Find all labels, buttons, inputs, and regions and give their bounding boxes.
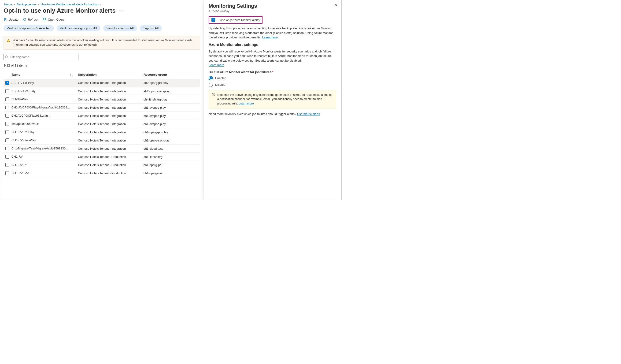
page-title-text: Opt-in to use only Azure Monitor alerts [3,7,116,14]
panel-title: Monitoring Settings [209,3,336,9]
vault-resource-group: ch1-liftnshiftrg [142,153,200,161]
update-button[interactable]: Update [3,17,18,21]
pill-label: Vault subscription == [7,26,36,30]
pill-resource-group[interactable]: Vault resource group == All [57,25,101,31]
alert-settings-heading: Azure Monitor alert settings [209,43,336,47]
more-icon[interactable]: ⋯ [119,8,124,14]
vault-name: CH1-RV-Sec-Play [12,139,36,142]
row-checkbox[interactable] [5,155,9,158]
pill-subscription[interactable]: Vault subscription == 5 selected [3,25,54,31]
row-checkbox[interactable] [5,114,9,118]
svg-rect-1 [8,40,8,41]
pill-location[interactable]: Vault location == All [103,25,137,31]
vault-subscription: Contoso Hotels Tenant - Integration [76,128,142,136]
radio-enabled[interactable]: Enabled [209,76,336,80]
filter-input[interactable] [3,54,78,60]
vault-subscription: Contoso Hotels Tenant - Production [76,161,142,169]
use-monitor-alerts-checkbox[interactable] [211,18,215,22]
table-row[interactable]: CH1-RV-Sec-PlayContoso Hotels Tenant - I… [3,136,200,144]
vault-resource-group: ch1-opsrg-pri [142,161,200,169]
vaults-table: Name ↑↓ Subscription Resource group AB2-… [3,70,200,177]
table-row[interactable]: CH1AVCPOCPlay9381vaultContoso Hotels Ten… [3,112,200,120]
pill-label: Vault resource group == [60,26,93,30]
required-indicator: * [272,70,273,74]
row-checkbox[interactable] [5,139,9,142]
radio-label: Enabled [215,76,226,80]
learn-more-link[interactable]: Learn more [209,63,224,67]
pill-tags[interactable]: Tags == All [140,25,162,31]
breadcrumb-use-alerts[interactable]: Use Azure Monitor based alerts for backu… [41,2,98,6]
col-label: Name [12,73,20,76]
vault-name: CH1-RV-Pri-Play [12,130,34,134]
main-content: Home › Backup center › Use Azure Monitor… [0,0,203,200]
table-row[interactable]: AB2-RV-Sec-PlayContoso Hotels Tenant - I… [3,87,200,95]
open-query-button[interactable]: Open Query [43,17,64,21]
svg-point-0 [43,18,46,19]
vault-name: CH1-AVCPOC-Play-MigrateVault-136319... [12,106,70,109]
metric-alerts-prompt: Need more flexibility over which job fai… [209,112,336,116]
row-checkbox[interactable] [5,122,9,126]
learn-more-link[interactable]: Learn more [262,35,277,39]
info-callout: Note that the above setting only control… [209,90,336,108]
pill-value: All [130,26,134,30]
refresh-button[interactable]: Refresh [23,17,39,21]
table-row[interactable]: AB2-RV-Pri-PlayContoso Hotels Tenant - I… [3,79,200,87]
alert-settings-description: By default you will receive built-in Azu… [209,49,336,68]
svg-rect-6 [213,94,213,94]
vault-resource-group: ch1-cloud-test [142,144,200,153]
use-metric-alerts-link[interactable]: Use metric alerts [297,112,320,116]
col-subscription[interactable]: Subscription [76,70,142,79]
close-icon[interactable]: ✕ [335,3,338,7]
pill-value: All [155,26,159,30]
row-checkbox[interactable] [5,81,9,85]
table-row[interactable]: CH1-RV-PriContoso Hotels Tenant - Produc… [3,161,200,169]
col-name[interactable]: Name ↑↓ [3,70,76,79]
panel-description: By selecting this option, you are consen… [209,26,336,40]
warning-banner: You have 12 vaults using classic alerts … [3,35,200,50]
refresh-icon [23,17,26,21]
chevron-right-icon: › [100,2,101,6]
sort-icon[interactable]: ↑↓ [70,73,73,76]
row-checkbox[interactable] [5,97,9,101]
vault-resource-group: ab2-opsrg-pri-play [142,79,200,87]
vault-name: CH1-RV-Sec [12,171,29,175]
vault-subscription: Contoso Hotels Tenant - Integration [76,136,142,144]
radio-label: Disable [215,83,225,87]
pill-label: Vault location == [106,26,130,30]
description-text: By default you will receive built-in Azu… [209,50,332,62]
panel-subtitle: AB2-RV-Pri-Play [209,10,336,13]
learn-more-link[interactable]: Learn more [239,102,254,105]
pill-value: All [93,26,97,30]
radio-button-icon [209,76,213,80]
row-checkbox[interactable] [5,106,9,109]
col-resource-group[interactable]: Resource group [142,70,200,79]
toolbar-label: Update [9,18,18,21]
row-checkbox[interactable] [5,147,9,150]
table-row[interactable]: CH-RV-PlayContoso Hotels Tenant - Integr… [3,95,200,104]
vault-resource-group: ch1-opsrg-sec-play [142,136,200,144]
table-row[interactable]: CH1-RVContoso Hotels Tenant - Production… [3,153,200,161]
row-checkbox[interactable] [5,89,9,93]
filter-wrapper [3,54,78,60]
vault-subscription: Contoso Hotels Tenant - Production [76,169,142,177]
svg-rect-2 [8,41,8,41]
breadcrumb-backup-center[interactable]: Backup center [17,2,36,6]
vault-subscription: Contoso Hotels Tenant - Integration [76,144,142,153]
vault-name: CH1-RV-Pri [12,163,27,167]
table-row[interactable]: Ch1-Migrate-Test-MigrateVault-1599230...… [3,144,200,153]
row-checkbox[interactable] [5,163,9,167]
breadcrumb-home[interactable]: Home [4,2,12,6]
vault-name: CH1AVCPOCPlay9381vault [12,114,49,117]
info-icon [212,93,215,96]
table-row[interactable]: CH1-AVCPOC-Play-MigrateVault-136319...Co… [3,104,200,112]
vault-name: Ch1-Migrate-Test-MigrateVault-1599230... [12,147,68,150]
toolbar-label: Refresh [28,18,39,21]
table-row[interactable]: CH1-RV-SecContoso Hotels Tenant - Produc… [3,169,200,177]
table-row[interactable]: testappl010654vaultContoso Hotels Tenant… [3,120,200,128]
radio-disable[interactable]: Disable [209,83,336,87]
row-checkbox[interactable] [5,171,9,175]
table-row[interactable]: CH1-RV-Pri-PlayContoso Hotels Tenant - I… [3,128,200,136]
vault-subscription: Contoso Hotels Tenant - Integration [76,120,142,128]
use-monitor-alerts-option[interactable]: Use only Azure Monitor alerts [209,16,262,24]
row-checkbox[interactable] [5,130,9,134]
